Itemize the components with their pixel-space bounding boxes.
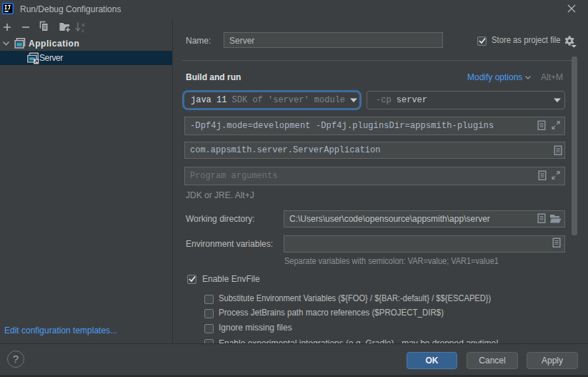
svg-text:z: z xyxy=(81,27,84,33)
